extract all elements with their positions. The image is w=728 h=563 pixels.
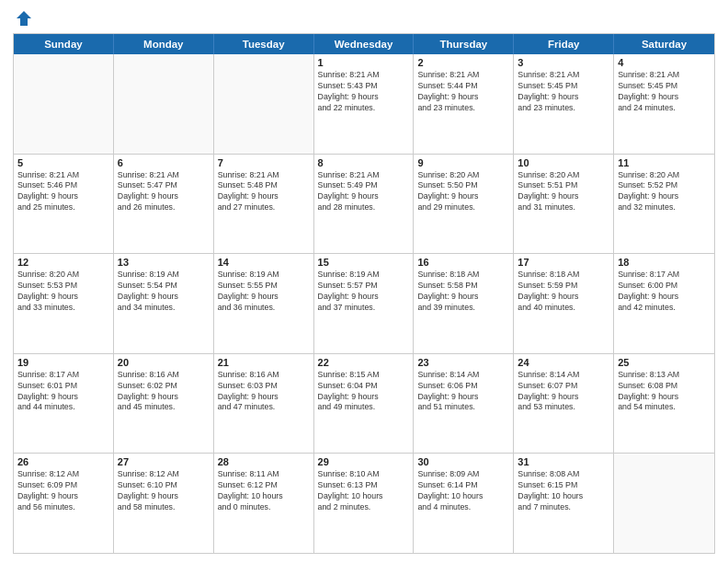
day-number: 19	[17, 357, 109, 368]
day-number: 9	[417, 157, 509, 168]
calendar-cell: 2Sunrise: 8:21 AM Sunset: 5:44 PM Daylig…	[414, 54, 514, 154]
header-day: Saturday	[614, 34, 714, 54]
calendar-cell: 26Sunrise: 8:12 AM Sunset: 6:09 PM Dayli…	[14, 454, 114, 553]
calendar-cell: 28Sunrise: 8:11 AM Sunset: 6:12 PM Dayli…	[214, 454, 314, 553]
day-number: 8	[318, 157, 410, 168]
calendar-cell: 14Sunrise: 8:19 AM Sunset: 5:55 PM Dayli…	[214, 254, 314, 353]
calendar-cell: 30Sunrise: 8:09 AM Sunset: 6:14 PM Dayli…	[414, 454, 514, 553]
day-number: 1	[318, 57, 410, 68]
day-info: Sunrise: 8:17 AM Sunset: 6:01 PM Dayligh…	[17, 370, 109, 414]
day-info: Sunrise: 8:16 AM Sunset: 6:02 PM Dayligh…	[118, 370, 210, 414]
calendar-cell: 15Sunrise: 8:19 AM Sunset: 5:57 PM Dayli…	[314, 254, 415, 353]
calendar-cell: 25Sunrise: 8:13 AM Sunset: 6:08 PM Dayli…	[614, 354, 714, 454]
day-number: 25	[618, 357, 711, 368]
calendar-week: 26Sunrise: 8:12 AM Sunset: 6:09 PM Dayli…	[14, 453, 714, 553]
day-number: 27	[118, 456, 210, 467]
calendar-cell	[614, 454, 714, 553]
day-number: 4	[618, 57, 711, 68]
svg-marker-0	[17, 11, 31, 26]
day-info: Sunrise: 8:14 AM Sunset: 6:07 PM Dayligh…	[518, 370, 609, 414]
day-number: 11	[618, 157, 711, 168]
day-info: Sunrise: 8:20 AM Sunset: 5:52 PM Dayligh…	[618, 170, 711, 214]
calendar-cell: 22Sunrise: 8:15 AM Sunset: 6:04 PM Dayli…	[314, 354, 415, 454]
header-day: Thursday	[414, 34, 514, 54]
day-info: Sunrise: 8:20 AM Sunset: 5:50 PM Dayligh…	[417, 170, 509, 214]
calendar-cell: 7Sunrise: 8:21 AM Sunset: 5:48 PM Daylig…	[214, 155, 314, 254]
day-number: 10	[518, 157, 609, 168]
header	[13, 9, 715, 28]
calendar-cell: 23Sunrise: 8:14 AM Sunset: 6:06 PM Dayli…	[414, 354, 514, 454]
day-info: Sunrise: 8:21 AM Sunset: 5:45 PM Dayligh…	[618, 70, 711, 114]
day-number: 7	[218, 157, 310, 168]
calendar-cell: 3Sunrise: 8:21 AM Sunset: 5:45 PM Daylig…	[514, 54, 614, 154]
header-day: Friday	[514, 34, 614, 54]
day-info: Sunrise: 8:18 AM Sunset: 5:58 PM Dayligh…	[417, 270, 509, 314]
calendar-cell: 17Sunrise: 8:18 AM Sunset: 5:59 PM Dayli…	[514, 254, 614, 353]
calendar-cell: 18Sunrise: 8:17 AM Sunset: 6:00 PM Dayli…	[614, 254, 714, 353]
calendar-cell	[14, 54, 114, 154]
page: SundayMondayTuesdayWednesdayThursdayFrid…	[0, 0, 728, 563]
calendar-cell: 21Sunrise: 8:16 AM Sunset: 6:03 PM Dayli…	[214, 354, 314, 454]
day-number: 12	[17, 257, 109, 268]
day-number: 16	[417, 257, 509, 268]
day-number: 6	[118, 157, 210, 168]
calendar-cell: 6Sunrise: 8:21 AM Sunset: 5:47 PM Daylig…	[114, 155, 214, 254]
day-info: Sunrise: 8:15 AM Sunset: 6:04 PM Dayligh…	[318, 370, 410, 414]
day-number: 17	[518, 257, 609, 268]
calendar-cell	[214, 54, 314, 154]
day-info: Sunrise: 8:12 AM Sunset: 6:10 PM Dayligh…	[118, 469, 210, 513]
day-info: Sunrise: 8:21 AM Sunset: 5:47 PM Dayligh…	[118, 170, 210, 214]
day-number: 26	[17, 456, 109, 467]
day-number: 22	[318, 357, 410, 368]
day-info: Sunrise: 8:21 AM Sunset: 5:44 PM Dayligh…	[417, 70, 509, 114]
day-info: Sunrise: 8:13 AM Sunset: 6:08 PM Dayligh…	[618, 370, 711, 414]
calendar-cell: 5Sunrise: 8:21 AM Sunset: 5:46 PM Daylig…	[14, 155, 114, 254]
day-info: Sunrise: 8:20 AM Sunset: 5:51 PM Dayligh…	[518, 170, 609, 214]
day-number: 15	[318, 257, 410, 268]
calendar-cell: 20Sunrise: 8:16 AM Sunset: 6:02 PM Dayli…	[114, 354, 214, 454]
day-number: 5	[17, 157, 109, 168]
day-info: Sunrise: 8:19 AM Sunset: 5:55 PM Dayligh…	[218, 270, 310, 314]
calendar-cell: 27Sunrise: 8:12 AM Sunset: 6:10 PM Dayli…	[114, 454, 214, 553]
calendar-cell: 4Sunrise: 8:21 AM Sunset: 5:45 PM Daylig…	[614, 54, 714, 154]
header-day: Monday	[114, 34, 214, 54]
calendar-body: 1Sunrise: 8:21 AM Sunset: 5:43 PM Daylig…	[14, 54, 714, 553]
day-number: 13	[118, 257, 210, 268]
day-info: Sunrise: 8:21 AM Sunset: 5:48 PM Dayligh…	[218, 170, 310, 214]
calendar-week: 5Sunrise: 8:21 AM Sunset: 5:46 PM Daylig…	[14, 154, 714, 254]
day-number: 29	[318, 456, 410, 467]
day-number: 28	[218, 456, 310, 467]
day-number: 14	[218, 257, 310, 268]
day-info: Sunrise: 8:21 AM Sunset: 5:45 PM Dayligh…	[518, 70, 609, 114]
calendar-cell: 13Sunrise: 8:19 AM Sunset: 5:54 PM Dayli…	[114, 254, 214, 353]
day-info: Sunrise: 8:19 AM Sunset: 5:54 PM Dayligh…	[118, 270, 210, 314]
day-info: Sunrise: 8:21 AM Sunset: 5:43 PM Dayligh…	[318, 70, 410, 114]
day-info: Sunrise: 8:17 AM Sunset: 6:00 PM Dayligh…	[618, 270, 711, 314]
calendar-cell: 11Sunrise: 8:20 AM Sunset: 5:52 PM Dayli…	[614, 155, 714, 254]
day-number: 20	[118, 357, 210, 368]
day-info: Sunrise: 8:16 AM Sunset: 6:03 PM Dayligh…	[218, 370, 310, 414]
calendar-cell: 24Sunrise: 8:14 AM Sunset: 6:07 PM Dayli…	[514, 354, 614, 454]
calendar-cell: 16Sunrise: 8:18 AM Sunset: 5:58 PM Dayli…	[414, 254, 514, 353]
day-info: Sunrise: 8:09 AM Sunset: 6:14 PM Dayligh…	[417, 469, 509, 513]
calendar-cell	[114, 54, 214, 154]
day-number: 21	[218, 357, 310, 368]
calendar: SundayMondayTuesdayWednesdayThursdayFrid…	[13, 33, 715, 554]
day-info: Sunrise: 8:21 AM Sunset: 5:46 PM Dayligh…	[17, 170, 109, 214]
day-info: Sunrise: 8:19 AM Sunset: 5:57 PM Dayligh…	[318, 270, 410, 314]
day-number: 31	[518, 456, 609, 467]
header-day: Wednesday	[314, 34, 415, 54]
day-number: 18	[618, 257, 711, 268]
header-day: Tuesday	[214, 34, 314, 54]
day-info: Sunrise: 8:14 AM Sunset: 6:06 PM Dayligh…	[417, 370, 509, 414]
day-info: Sunrise: 8:20 AM Sunset: 5:53 PM Dayligh…	[17, 270, 109, 314]
calendar-cell: 9Sunrise: 8:20 AM Sunset: 5:50 PM Daylig…	[414, 155, 514, 254]
day-info: Sunrise: 8:10 AM Sunset: 6:13 PM Dayligh…	[318, 469, 410, 513]
day-info: Sunrise: 8:18 AM Sunset: 5:59 PM Dayligh…	[518, 270, 609, 314]
calendar-week: 19Sunrise: 8:17 AM Sunset: 6:01 PM Dayli…	[14, 353, 714, 454]
calendar-cell: 12Sunrise: 8:20 AM Sunset: 5:53 PM Dayli…	[14, 254, 114, 353]
calendar-cell: 19Sunrise: 8:17 AM Sunset: 6:01 PM Dayli…	[14, 354, 114, 454]
calendar-cell: 10Sunrise: 8:20 AM Sunset: 5:51 PM Dayli…	[514, 155, 614, 254]
day-info: Sunrise: 8:12 AM Sunset: 6:09 PM Dayligh…	[17, 469, 109, 513]
calendar-week: 12Sunrise: 8:20 AM Sunset: 5:53 PM Dayli…	[14, 253, 714, 353]
